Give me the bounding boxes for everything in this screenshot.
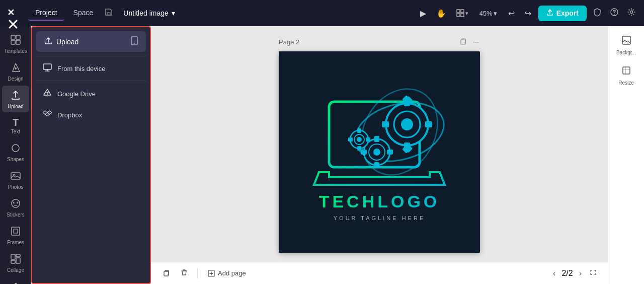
redo-button[interactable]: ↪ — [522, 7, 534, 20]
svg-rect-45 — [374, 162, 379, 168]
sidebar-collapse[interactable]: ▾ — [2, 277, 29, 284]
text-icon: T — [13, 117, 19, 127]
tab-space[interactable]: Space — [66, 6, 101, 21]
export-button[interactable]: Export — [538, 6, 587, 21]
upload-icon — [10, 90, 21, 102]
svg-rect-3 — [457, 14, 460, 17]
from-device-label: From this device — [57, 65, 105, 73]
tab-project[interactable]: Project — [28, 6, 64, 21]
svg-rect-21 — [11, 260, 15, 263]
svg-point-32 — [401, 118, 413, 130]
templates-label: Templates — [4, 48, 27, 54]
sidebar-item-stickers[interactable]: Stickers — [2, 194, 29, 221]
page-more-btn[interactable]: ··· — [472, 36, 480, 47]
left-sidebar: Templates Design Upload T Text — [0, 26, 31, 284]
canvas-frame[interactable]: TECHLOGO YOUR TAGLINE HERE — [279, 51, 480, 253]
svg-point-11 — [15, 67, 17, 69]
sidebar-item-collage[interactable]: Collage — [2, 249, 29, 276]
svg-rect-20 — [16, 258, 20, 263]
design-icon — [10, 62, 21, 75]
collapse-item[interactable]: ▾ — [2, 277, 29, 284]
design-label: Design — [8, 76, 23, 82]
zoom-control[interactable]: 45% ▾ — [475, 8, 501, 19]
canvas-area: Page 2 ··· — [151, 26, 608, 284]
svg-point-23 — [134, 43, 135, 44]
sidebar-item-photos[interactable]: Photos — [2, 166, 29, 193]
dropbox-icon — [42, 109, 52, 120]
svg-rect-47 — [387, 150, 393, 155]
svg-rect-18 — [11, 254, 15, 259]
text-label: Text — [11, 129, 20, 134]
dropbox-option[interactable]: Dropbox — [36, 104, 146, 125]
background-label: Backgr... — [616, 50, 636, 55]
save-icon — [104, 8, 113, 19]
undo-button[interactable]: ↩ — [505, 7, 518, 20]
svg-rect-7 — [11, 35, 15, 39]
logo-icon — [7, 7, 19, 19]
add-page-button[interactable]: Add page — [204, 267, 250, 279]
sidebar-item-text[interactable]: T Text — [2, 113, 29, 137]
svg-rect-36 — [425, 121, 432, 127]
resize-panel-item[interactable]: Resize — [612, 62, 640, 89]
layout-tool[interactable]: ▾ — [453, 7, 471, 19]
hand-tool[interactable]: ✋ — [433, 7, 449, 20]
page-label-row: Page 2 ··· — [279, 36, 480, 47]
upload-divider — [36, 56, 146, 56]
svg-rect-46 — [361, 150, 367, 155]
toolbar-tools: ▶ ✋ ▾ 45% ▾ ↩ ↪ — [417, 7, 534, 20]
frames-label: Frames — [7, 240, 24, 245]
from-device-option[interactable]: From this device — [36, 58, 146, 79]
svg-point-12 — [12, 145, 19, 152]
page-actions: ··· — [458, 36, 480, 47]
page-copy-btn[interactable] — [458, 36, 468, 47]
logo[interactable] — [6, 6, 20, 20]
sidebar-item-shapes[interactable]: Shapes — [2, 138, 29, 165]
sidebar-item-templates[interactable]: Templates — [2, 30, 29, 57]
svg-rect-10 — [16, 40, 20, 44]
sidebar-item-design[interactable]: Design — [2, 58, 29, 85]
shield-icon-btn[interactable] — [591, 6, 604, 21]
device-icon — [42, 63, 52, 74]
background-panel-item[interactable]: Backgr... — [612, 32, 640, 58]
sidebar-item-frames[interactable]: Frames — [2, 222, 29, 248]
svg-point-6 — [630, 11, 633, 14]
sidebar-item-upload[interactable]: Upload — [2, 86, 29, 112]
page-counter: 2/2 — [561, 269, 573, 278]
photos-icon — [10, 170, 21, 183]
google-drive-option[interactable]: Google Drive — [36, 83, 146, 104]
svg-rect-24 — [43, 64, 51, 69]
dropbox-label: Dropbox — [57, 111, 82, 119]
upload-main-button[interactable]: Upload — [36, 31, 146, 52]
svg-rect-25 — [461, 40, 465, 44]
svg-rect-13 — [11, 173, 20, 179]
page-nav: ‹ 2/2 › — [551, 267, 584, 280]
page-number-label: Page 2 — [279, 38, 299, 46]
mobile-icon — [131, 36, 138, 47]
background-icon — [621, 35, 631, 48]
copy-page-btn[interactable] — [159, 266, 173, 280]
resize-label: Resize — [618, 80, 634, 86]
page-prev-btn[interactable]: ‹ — [551, 267, 557, 280]
svg-rect-17 — [14, 229, 18, 233]
top-bar: Project Space Untitled image ▾ ▶ ✋ ▾ 45%… — [0, 0, 644, 26]
svg-rect-52 — [357, 146, 361, 151]
svg-rect-53 — [348, 137, 353, 141]
google-drive-icon — [42, 88, 52, 99]
help-icon-btn[interactable] — [608, 6, 621, 21]
svg-rect-60 — [623, 67, 630, 74]
right-panel: Backgr... Resize — [608, 26, 644, 284]
divider — [197, 268, 198, 278]
export-label: Export — [556, 9, 579, 17]
delete-page-btn[interactable] — [177, 266, 191, 280]
stickers-label: Stickers — [7, 212, 25, 218]
svg-rect-57 — [164, 271, 169, 276]
canvas-scroll[interactable]: Page 2 ··· — [151, 26, 608, 262]
page-next-btn[interactable]: › — [577, 267, 584, 280]
divider-2 — [36, 81, 146, 81]
svg-rect-35 — [382, 121, 389, 127]
play-button[interactable]: ▶ — [417, 7, 429, 20]
settings-icon-btn[interactable] — [625, 6, 638, 21]
title-chevron[interactable]: ▾ — [172, 9, 175, 17]
collage-icon — [10, 253, 21, 266]
fullscreen-btn[interactable] — [588, 266, 600, 280]
